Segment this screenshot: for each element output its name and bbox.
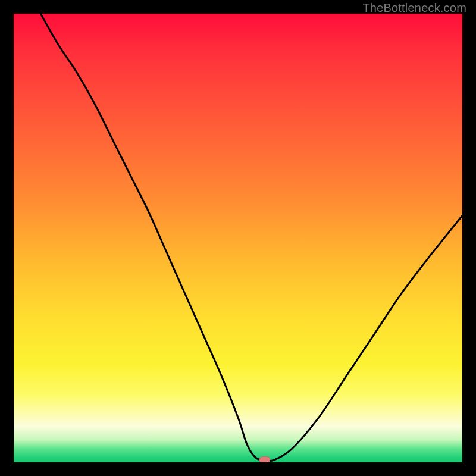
bottleneck-curve xyxy=(14,14,462,462)
chart-frame: TheBottleneck.com xyxy=(0,0,476,476)
watermark-text: TheBottleneck.com xyxy=(362,1,466,15)
plot-area xyxy=(14,14,462,462)
optimum-marker xyxy=(259,456,270,462)
